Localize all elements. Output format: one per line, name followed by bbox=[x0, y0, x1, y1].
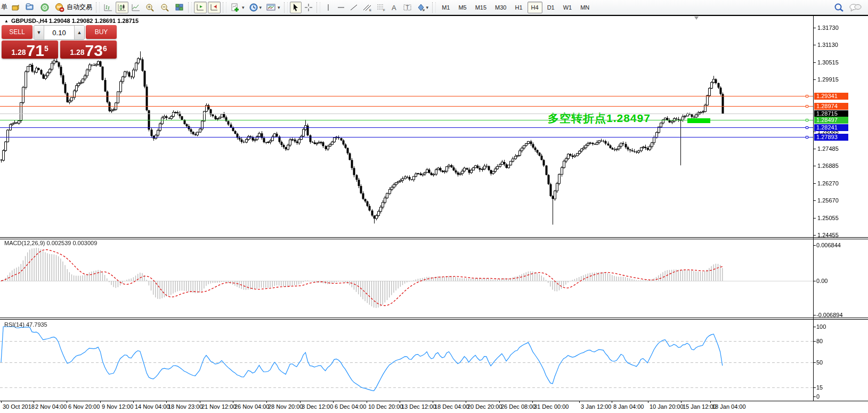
tab-timeframe-w1[interactable]: W1 bbox=[559, 2, 576, 13]
line-chart-icon[interactable] bbox=[129, 2, 142, 13]
time-axis-label: 13 Dec 12:00 bbox=[401, 403, 436, 410]
chat-icon[interactable] bbox=[847, 2, 863, 13]
buy-button[interactable]: BUY bbox=[86, 25, 117, 39]
zoom-in-icon[interactable] bbox=[143, 2, 157, 13]
collapse-panel-icon[interactable]: ▲ bbox=[4, 19, 9, 23]
rsi-axis-label: 15 bbox=[816, 384, 823, 391]
hline-handle[interactable] bbox=[806, 95, 808, 98]
auto-scroll-icon[interactable] bbox=[194, 2, 207, 13]
mql-community-icon[interactable] bbox=[38, 2, 52, 13]
periods-button[interactable]: ▾ bbox=[247, 2, 264, 13]
cursor-icon[interactable] bbox=[290, 2, 302, 13]
time-axis-label: 10 Jan 20:00 bbox=[650, 403, 684, 410]
volume-up-button[interactable]: ▲ bbox=[75, 26, 84, 39]
crosshair-icon[interactable] bbox=[303, 2, 314, 13]
price-axis-tick-label: 1.29915 bbox=[817, 76, 839, 83]
text-label-icon[interactable]: T bbox=[401, 2, 414, 13]
chevron-down-icon: ▾ bbox=[278, 5, 280, 10]
horizontal-line-icon[interactable] bbox=[335, 2, 347, 13]
rsi-canvas[interactable] bbox=[0, 320, 813, 401]
time-axis-tick bbox=[1, 401, 2, 403]
toolbar-grip bbox=[188, 2, 192, 13]
macd-axis-label: 0.00 bbox=[816, 278, 828, 284]
rsi-axis-tick bbox=[814, 327, 816, 327]
time-axis-tick bbox=[400, 401, 400, 403]
hline-handle[interactable] bbox=[806, 105, 808, 108]
price-hline[interactable] bbox=[0, 96, 813, 96]
svg-text:A: A bbox=[392, 4, 396, 12]
time-axis-tick bbox=[367, 401, 367, 403]
tab-timeframe-mn[interactable]: MN bbox=[577, 2, 593, 13]
search-icon[interactable] bbox=[832, 2, 846, 13]
text-icon[interactable]: A bbox=[388, 2, 400, 13]
tab-timeframe-h1[interactable]: H1 bbox=[512, 2, 526, 13]
svg-text:T: T bbox=[405, 5, 409, 11]
tab-timeframe-m30[interactable]: M30 bbox=[491, 2, 510, 13]
market-watch-icon[interactable] bbox=[9, 2, 22, 13]
price-hline[interactable] bbox=[0, 114, 813, 114]
zoom-out-icon[interactable] bbox=[158, 2, 172, 13]
green-trend-segment[interactable] bbox=[687, 118, 710, 123]
channel-icon[interactable]: E bbox=[361, 2, 374, 13]
volume-down-button[interactable]: ▼ bbox=[34, 26, 44, 39]
tab-timeframe-d1[interactable]: D1 bbox=[543, 2, 558, 13]
volume-field[interactable]: 0.10 bbox=[44, 26, 75, 39]
templates-button[interactable]: ▾ bbox=[264, 2, 282, 13]
time-axis-tick bbox=[579, 401, 580, 403]
tab-timeframe-m5[interactable]: M5 bbox=[455, 2, 470, 13]
buy-price-display[interactable]: 1.28736 bbox=[60, 41, 117, 59]
autotrade-button[interactable]: 自动交易 bbox=[53, 2, 94, 13]
time-axis-tick bbox=[34, 401, 34, 403]
price-axis-tick-label: 1.31130 bbox=[817, 42, 838, 48]
price-axis-tick bbox=[814, 149, 816, 149]
new-order-label: 单 bbox=[1, 3, 7, 12]
svg-text:F: F bbox=[383, 9, 385, 12]
price-axis-tick bbox=[814, 183, 816, 184]
new-order-button[interactable]: 单 bbox=[1, 2, 8, 13]
fibonacci-icon[interactable]: F bbox=[375, 2, 387, 13]
price-axis-tick-label: 1.25055 bbox=[817, 215, 839, 221]
time-axis-tick bbox=[681, 401, 682, 403]
main-chart-canvas[interactable] bbox=[0, 16, 813, 237]
sell-button[interactable]: SELL bbox=[2, 25, 33, 39]
toolbar-grip bbox=[96, 2, 100, 13]
tile-windows-icon[interactable] bbox=[173, 2, 186, 13]
time-axis-tick bbox=[648, 401, 648, 403]
time-axis-label: 6 Dec 04:00 bbox=[335, 403, 366, 410]
candlestick-chart-icon[interactable] bbox=[116, 2, 128, 13]
hline-handle[interactable] bbox=[806, 119, 808, 122]
macd-canvas[interactable] bbox=[0, 239, 813, 318]
tab-timeframe-m1[interactable]: M1 bbox=[438, 2, 453, 13]
time-axis-tick bbox=[333, 401, 334, 403]
shapes-button[interactable]: ▾ bbox=[415, 2, 431, 13]
tab-timeframe-m15[interactable]: M15 bbox=[472, 2, 490, 13]
price-hline[interactable] bbox=[0, 106, 813, 107]
sell-price-display[interactable]: 1.28715 bbox=[2, 41, 58, 59]
hline-handle[interactable] bbox=[806, 136, 808, 139]
hline-handle[interactable] bbox=[806, 126, 808, 129]
trendline-icon[interactable] bbox=[348, 2, 360, 13]
vertical-line-icon[interactable] bbox=[322, 2, 334, 13]
chevron-down-icon: ▾ bbox=[426, 5, 429, 10]
indicators-button[interactable]: ▾ bbox=[229, 2, 246, 13]
price-axis-line bbox=[813, 15, 814, 401]
bar-chart-icon[interactable] bbox=[102, 2, 115, 13]
chart-shift-icon[interactable] bbox=[208, 2, 221, 13]
macd-label: MACD(12,26,9) 0.002539 0.003009 bbox=[4, 240, 97, 246]
data-window-icon[interactable] bbox=[23, 2, 37, 13]
price-hline[interactable] bbox=[0, 137, 813, 137]
macd-axis-tick bbox=[814, 281, 816, 281]
tab-timeframe-h4[interactable]: H4 bbox=[528, 2, 542, 13]
svg-text:E: E bbox=[369, 9, 371, 12]
shift-marker-icon[interactable] bbox=[694, 17, 699, 20]
one-click-trade-panel: SELL ▼ 0.10 ▲ BUY 1.28715 1.28736 bbox=[2, 25, 117, 59]
rsi-label: RSI(14) 47.7935 bbox=[4, 321, 47, 328]
autotrade-label: 自动交易 bbox=[67, 3, 92, 12]
time-axis-label: 18 Nov 23:00 bbox=[168, 403, 202, 410]
time-axis-label: 10 Dec 20:00 bbox=[368, 403, 403, 410]
price-hline[interactable] bbox=[0, 127, 813, 128]
mt4-window: 单 自动交易 bbox=[0, 0, 868, 413]
time-axis-label: 20 Dec 20:00 bbox=[467, 403, 502, 410]
price-axis-tick bbox=[814, 166, 816, 166]
time-axis-tick bbox=[200, 401, 200, 403]
